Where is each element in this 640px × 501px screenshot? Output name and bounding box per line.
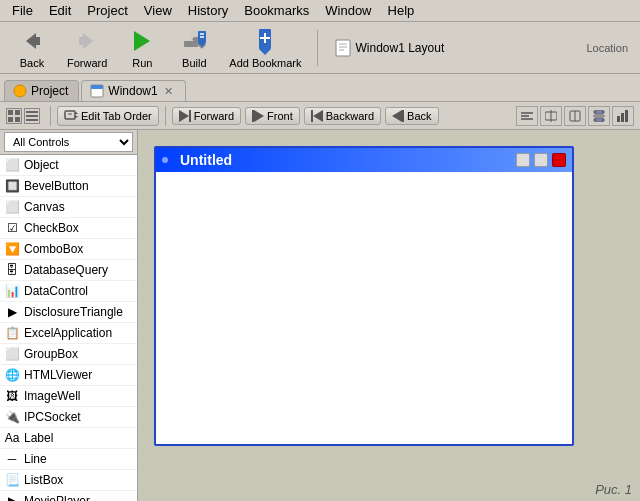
ctrl-icon: 🖼 [4,388,20,404]
ctrl-icon: ⬜ [4,157,20,173]
menu-help[interactable]: Help [380,1,423,20]
tb2-right-icons [516,106,634,126]
tb2-back-label: Back [407,110,431,122]
list-item[interactable]: AaLabel [0,428,137,449]
list-item[interactable]: ⬜Object [0,155,137,176]
list-item[interactable]: ⬜Canvas [0,197,137,218]
location-text: Window1 Layout [352,39,587,57]
ctrl-label: Object [24,158,59,172]
canvas-area: Untitled Рис. 1 [138,130,640,501]
run-icon [128,27,156,55]
menu-bar: File Edit Project View History Bookmarks… [0,0,640,22]
run-button[interactable]: Run [118,24,166,72]
fake-window-title: Untitled [176,152,512,168]
tb2-distribute[interactable] [588,106,610,126]
back-label: Back [20,57,44,69]
add-bookmark-icon [251,27,279,55]
fake-window[interactable]: Untitled [154,146,574,446]
menu-project[interactable]: Project [79,1,135,20]
svg-rect-54 [617,116,620,122]
tb2-align-center[interactable] [540,106,562,126]
svg-marker-4 [134,31,150,51]
forward-button[interactable]: Forward [60,24,114,72]
tb2-chart[interactable] [612,106,634,126]
controls-category-select[interactable]: All Controls [4,132,133,152]
list-item[interactable]: 📃ListBox [0,470,137,491]
list-item[interactable]: ☑CheckBox [0,218,137,239]
menu-file[interactable]: File [4,1,41,20]
back-button[interactable]: Back [8,24,56,72]
tb2-back-button[interactable]: Back [385,107,438,125]
ctrl-label: ListBox [24,473,63,487]
svg-marker-36 [254,110,264,122]
svg-rect-23 [8,110,13,115]
svg-rect-22 [91,85,103,89]
tb2-align-left[interactable] [516,106,538,126]
list-item[interactable]: 📊DataControl [0,281,137,302]
grid-view-icon[interactable] [6,108,22,124]
edit-tab-order-label: Edit Tab Order [81,110,152,122]
menu-window[interactable]: Window [317,1,379,20]
tb2-backward-button[interactable]: Backward [304,107,381,125]
tb2-front-button[interactable]: Front [245,107,300,125]
menu-view[interactable]: View [136,1,180,20]
list-item[interactable]: ⬜GroupBox [0,344,137,365]
controls-header: All Controls [0,130,137,155]
grid-icons [6,108,40,124]
svg-rect-39 [311,110,313,122]
ctrl-label: MoviePlayer [24,494,90,501]
svg-rect-37 [252,110,254,122]
edit-tab-order-icon [64,109,78,123]
window-minimize-button[interactable] [516,153,530,167]
controls-list: ⬜Object🔲BevelButton⬜Canvas☑CheckBox🔽Comb… [0,155,137,501]
svg-rect-27 [26,111,38,113]
menu-history[interactable]: History [180,1,236,20]
menu-bookmarks[interactable]: Bookmarks [236,1,317,20]
run-label: Run [132,57,152,69]
list-item[interactable]: ▶MoviePlayer [0,491,137,501]
toolbar2: Edit Tab Order Forward Front Backward Ba… [0,102,640,130]
svg-marker-0 [26,33,36,49]
location-label: Location [586,42,628,54]
list-item[interactable]: 🔲BevelButton [0,176,137,197]
tb2-align-right[interactable] [564,106,586,126]
list-item[interactable]: 🔽ComboBox [0,239,137,260]
list-item[interactable]: 🖼ImageWell [0,386,137,407]
pic-label: Рис. 1 [595,482,632,497]
tab-window1[interactable]: Window1 ✕ [81,80,185,101]
ctrl-icon: ▶ [4,493,20,501]
svg-rect-52 [595,110,603,114]
ctrl-label: ImageWell [24,389,80,403]
ctrl-icon: ⬜ [4,346,20,362]
tb2-backward-label: Backward [326,110,374,122]
ctrl-icon: 📊 [4,283,20,299]
add-bookmark-button[interactable]: Add Bookmark [222,24,308,72]
edit-tab-order-button[interactable]: Edit Tab Order [57,106,159,126]
list-item[interactable]: 🌐HTMLViewer [0,365,137,386]
main-content: All Controls ⬜Object🔲BevelButton⬜Canvas☑… [0,130,640,501]
build-button[interactable]: Build [170,24,218,72]
ctrl-label: Line [24,452,47,466]
tab-project-label: Project [31,84,68,98]
tb2-forward-button[interactable]: Forward [172,107,241,125]
list-item[interactable]: 🗄DatabaseQuery [0,260,137,281]
ctrl-label: BevelButton [24,179,89,193]
svg-rect-53 [595,118,603,122]
list-item[interactable]: ▶DisclosureTriangle [0,302,137,323]
svg-point-20 [14,85,26,97]
list-view-icon[interactable] [24,108,40,124]
ctrl-label: DatabaseQuery [24,263,108,277]
tab-window1-close[interactable]: ✕ [162,85,175,98]
list-item[interactable]: 🔌IPCSocket [0,407,137,428]
ctrl-label: GroupBox [24,347,78,361]
back-icon [18,27,46,55]
window-close-button[interactable] [552,153,566,167]
svg-marker-40 [392,110,402,122]
list-item[interactable]: 📋ExcelApplication [0,323,137,344]
ctrl-icon: 🔲 [4,178,20,194]
tab-project[interactable]: Project [4,80,79,101]
menu-edit[interactable]: Edit [41,1,79,20]
svg-rect-7 [190,31,198,37]
window-maximize-button[interactable] [534,153,548,167]
list-item[interactable]: ─Line [0,449,137,470]
